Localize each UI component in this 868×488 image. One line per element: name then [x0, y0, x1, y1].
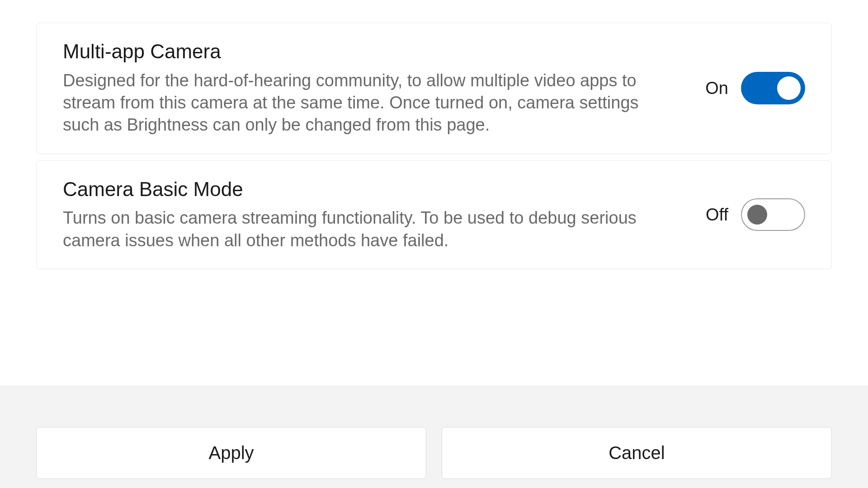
- settings-content: Multi-app Camera Designed for the hard-o…: [0, 0, 868, 386]
- cancel-button[interactable]: Cancel: [442, 427, 832, 479]
- setting-title: Multi-app Camera: [63, 40, 678, 63]
- setting-description: Turns on basic camera streaming function…: [63, 207, 664, 252]
- dialog-footer: Apply Cancel: [0, 386, 868, 488]
- setting-text: Camera Basic Mode Turns on basic camera …: [63, 178, 679, 252]
- apply-button[interactable]: Apply: [36, 427, 426, 479]
- toggle-knob-icon: [777, 76, 801, 100]
- toggle-state-label: Off: [706, 205, 728, 225]
- setting-description: Designed for the hard-of-hearing communi…: [63, 70, 664, 136]
- camera-basic-mode-toggle[interactable]: [741, 198, 805, 231]
- setting-card-multi-app-camera: Multi-app Camera Designed for the hard-o…: [36, 23, 832, 154]
- toggle-container: Off: [706, 198, 805, 231]
- setting-card-camera-basic-mode: Camera Basic Mode Turns on basic camera …: [36, 160, 832, 269]
- toggle-container: On: [705, 72, 805, 104]
- setting-text: Multi-app Camera Designed for the hard-o…: [63, 40, 678, 136]
- toggle-state-label: On: [705, 79, 728, 98]
- setting-title: Camera Basic Mode: [63, 178, 679, 201]
- multi-app-camera-toggle[interactable]: [741, 72, 805, 104]
- toggle-knob-icon: [747, 205, 767, 225]
